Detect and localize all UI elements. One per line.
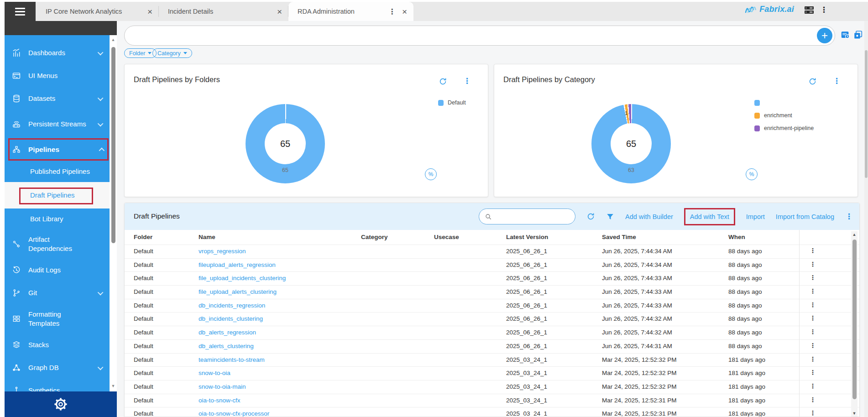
actions-column-divider [799,230,800,417]
row-actions-kebab[interactable]: ⋮ [808,369,817,376]
row-actions-kebab[interactable]: ⋮ [808,261,817,268]
pipeline-name-link[interactable]: db_incidents_regression [199,302,265,309]
add-button[interactable]: + [817,28,832,43]
schedule-history-icon[interactable] [840,30,851,42]
import-button[interactable]: Import [746,213,765,220]
pipeline-name-link[interactable]: db_alerts_clustering [199,343,254,349]
filter-chip-folder[interactable]: Folder [124,48,157,58]
sidebar-item-stacks[interactable]: Stacks [5,334,110,356]
filter-funnel-icon[interactable] [606,213,614,221]
add-with-text-button[interactable]: Add with Text [684,208,735,225]
sidebar-item-draft-pipelines[interactable]: Draft Pipelines [5,182,110,208]
filter-chip-category[interactable]: Category [152,48,192,58]
global-search-input[interactable] [125,32,817,39]
scroll-up-icon[interactable]: ▲ [110,37,116,42]
hamburger-menu-button[interactable] [5,2,36,21]
add-with-builder-button[interactable]: Add with Builder [625,213,673,220]
pipeline-name-link[interactable]: file_upload_alerts_clustering [199,288,277,295]
cell-when: 88 days ago [728,261,762,268]
row-actions-kebab[interactable]: ⋮ [808,314,817,322]
cell-folder: Default [134,370,153,376]
graph-icon [12,363,23,372]
table-scrollbar-thumb[interactable] [852,240,857,399]
sidebar-item-pipelines[interactable]: Pipelines [5,138,110,161]
brand-mark-icon [745,5,758,14]
pipeline-name-link[interactable]: oia-to-snow-cfx [199,397,241,404]
sidebar-item-bot-library[interactable]: Bot Library [5,208,110,229]
card-kebab-icon[interactable]: ⋮ [463,76,471,86]
close-icon[interactable]: × [277,7,282,16]
sidebar-item-git[interactable]: Git [5,281,110,304]
percent-toggle-button[interactable]: % [425,168,437,180]
sidebar-scrollbar-thumb[interactable] [111,47,115,243]
sidebar-item-persistent-streams[interactable]: Persistent Streams [5,110,110,138]
tab-incident-details[interactable]: Incident Details × [159,2,288,21]
sidebar-item-graph-db[interactable]: Graph DB [5,356,110,379]
page-scrollbar-thumb[interactable] [865,50,868,178]
refresh-icon[interactable] [439,77,447,88]
table-kebab-icon[interactable]: ⋮ [845,212,853,221]
sidebar-item-synthetics[interactable]: Synthetics [5,379,110,391]
row-actions-kebab[interactable]: ⋮ [808,355,817,363]
row-actions-kebab[interactable]: ⋮ [808,396,817,403]
row-actions-kebab[interactable]: ⋮ [808,301,817,308]
sidebar: Dashboards UI Menus Datasets [5,35,117,391]
pipeline-name-link[interactable]: file_upload_incidents_clustering [199,275,286,281]
pipeline-name-link[interactable]: oia-to-snow-cfx-processor [199,410,269,417]
sidebar-item-datasets[interactable]: Datasets [5,87,110,110]
legend-swatch [754,100,760,106]
sidebar-scrollbar[interactable]: ▲ ▼ [110,35,117,391]
sidebar-item-published-pipelines[interactable]: Published Pipelines [5,161,110,182]
card-kebab-icon[interactable]: ⋮ [833,76,841,86]
legend-item[interactable]: enrichment [754,109,814,122]
pipeline-name-link[interactable]: fileupload_alerts_regression [199,261,276,268]
legend-item[interactable]: Default [438,96,466,109]
sidebar-item-ui-menus[interactable]: UI Menus [5,64,110,87]
scroll-down-icon[interactable]: ▼ [851,411,858,416]
pipeline-name-link[interactable]: vrops_regression [199,248,246,255]
column-header: Folder [134,234,152,240]
server-icon[interactable] [804,6,814,16]
row-actions-kebab[interactable]: ⋮ [808,382,817,390]
tab-ip-core-network-analytics[interactable]: IP Core Network Analytics × [37,2,159,21]
chevron-down-icon [148,52,152,54]
cell-saved-time: Mar 24, 2025, 12:52:32 PM [602,356,677,363]
sidebar-item-dashboards[interactable]: Dashboards [5,42,110,64]
pipeline-name-link[interactable]: snow-to-oia-main [199,383,246,390]
tab-kebab-icon[interactable]: ⋮ [388,7,396,16]
pipeline-name-link[interactable]: snow-to-oia [199,370,230,376]
table-search[interactable] [479,208,575,224]
save-copy-icon[interactable] [853,30,863,42]
legend-item[interactable]: enrichment-pipeline [754,122,814,135]
row-actions-kebab[interactable]: ⋮ [808,287,817,295]
table-scrollbar[interactable]: ▲ ▼ [851,231,858,417]
row-actions-kebab[interactable]: ⋮ [808,409,817,417]
import-from-catalog-button[interactable]: Import from Catalog [776,213,834,220]
refresh-icon[interactable] [586,212,595,221]
sidebar-item-formatting-templates[interactable]: Formatting Templates [5,304,110,334]
pipeline-name-link[interactable]: db_incidents_clustering [199,315,263,322]
scroll-down-icon[interactable]: ▼ [110,384,116,388]
close-icon[interactable]: × [402,7,407,16]
sidebar-item-audit-logs[interactable]: Audit Logs [5,259,110,281]
sidebar-settings-button[interactable] [5,391,117,417]
row-actions-kebab[interactable]: ⋮ [808,274,817,281]
table-search-input[interactable] [496,213,570,220]
tab-rda-administration[interactable]: RDA Administration ⋮ × [288,2,413,21]
sidebar-item-artifact-dependencies[interactable]: Artifact Dependencies [5,229,110,259]
close-icon[interactable]: × [147,7,152,16]
pipeline-name-link[interactable]: db_alerts_regression [199,329,256,336]
row-actions-kebab[interactable]: ⋮ [808,342,817,349]
legend-item[interactable] [754,96,814,109]
global-search-bar[interactable]: + [124,26,835,46]
cell-folder: Default [134,343,153,349]
pipeline-name-link[interactable]: teamincidents-to-stream [199,356,265,363]
row-actions-kebab[interactable]: ⋮ [808,247,817,254]
scroll-up-icon[interactable]: ▲ [851,232,858,237]
kebab-menu-icon[interactable]: ⋮ [820,5,828,15]
cell-when: 88 days ago [728,302,762,309]
refresh-icon[interactable] [808,77,817,88]
page-scrollbar[interactable] [864,21,868,417]
percent-toggle-button[interactable]: % [746,168,758,180]
row-actions-kebab[interactable]: ⋮ [808,328,817,335]
